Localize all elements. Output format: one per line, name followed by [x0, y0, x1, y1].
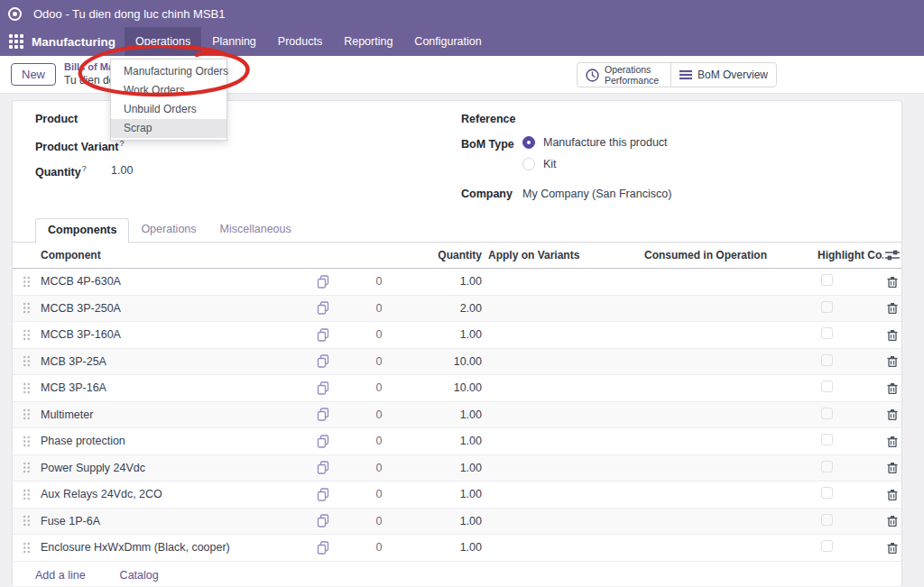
drag-handle-icon[interactable] [23, 462, 31, 473]
component-name[interactable]: MCB 3P-16A [40, 381, 302, 394]
table-row[interactable]: MCB 3P-16A 0 10.00 [13, 375, 901, 402]
table-row[interactable]: Power Supply 24Vdc 0 1.00 [13, 455, 901, 482]
component-name[interactable]: Aux Relays 24Vdc, 2CO [40, 488, 302, 500]
highlight-checkbox[interactable] [821, 434, 833, 445]
app-name[interactable]: Manufacturing [32, 35, 116, 49]
quantity-cell[interactable]: 1.00 [415, 408, 482, 421]
add-a-line-link[interactable]: Add a line [35, 569, 86, 582]
copy-icon[interactable] [317, 488, 329, 501]
drag-handle-icon[interactable] [23, 382, 31, 394]
table-row[interactable]: MCB 3P-25A 0 10.00 [13, 349, 901, 376]
copy-icon[interactable] [317, 541, 329, 555]
highlight-checkbox[interactable] [821, 301, 833, 313]
drag-handle-icon[interactable] [23, 515, 31, 527]
table-row[interactable]: MCCB 4P-630A 0 1.00 [13, 269, 901, 296]
highlight-checkbox[interactable] [821, 274, 833, 286]
quantity-cell[interactable]: 1.00 [415, 328, 482, 341]
highlight-checkbox[interactable] [821, 408, 833, 419]
dropdown-item-work-orders[interactable]: Work Orders [111, 81, 226, 100]
menu-planning[interactable]: Planning [201, 27, 267, 56]
trash-icon[interactable] [887, 436, 898, 447]
component-name[interactable]: MCB 3P-25A [40, 355, 302, 368]
quantity-cell[interactable]: 1.00 [415, 462, 482, 474]
quantity-cell[interactable]: 1.00 [415, 515, 482, 527]
drag-handle-icon[interactable] [23, 408, 31, 420]
component-name[interactable]: Fuse 1P-6A [40, 515, 302, 527]
catalog-link[interactable]: Catalog [120, 569, 159, 582]
copy-icon[interactable] [317, 435, 329, 448]
quantity-cell[interactable]: 10.00 [415, 355, 482, 368]
trash-icon[interactable] [887, 515, 898, 527]
highlight-checkbox[interactable] [821, 540, 833, 552]
tab-operations[interactable]: Operations [129, 218, 208, 243]
dropdown-item-unbuild-orders[interactable]: Unbuild Orders [111, 100, 226, 119]
trash-icon[interactable] [887, 489, 898, 500]
trash-icon[interactable] [887, 329, 898, 341]
quantity-cell[interactable]: 1.00 [415, 435, 482, 447]
drag-handle-icon[interactable] [23, 329, 31, 341]
copy-icon[interactable] [317, 328, 329, 342]
menu-products[interactable]: Products [267, 27, 333, 56]
highlight-checkbox[interactable] [821, 327, 833, 339]
copy-icon[interactable] [317, 275, 329, 289]
quantity-field[interactable]: 1.00 [111, 164, 133, 177]
drag-handle-icon[interactable] [23, 436, 31, 447]
trash-icon[interactable] [887, 542, 898, 554]
operations-performance-button[interactable]: Operations Performance [577, 62, 671, 87]
bom-overview-button[interactable]: BoM Overview [670, 62, 777, 87]
highlight-checkbox[interactable] [821, 514, 833, 526]
app-switcher[interactable]: Manufacturing [9, 27, 116, 56]
radio-unchecked-icon[interactable] [522, 158, 535, 170]
copy-icon[interactable] [317, 408, 329, 421]
trash-icon[interactable] [887, 276, 898, 288]
table-row[interactable]: Multimeter 0 1.00 [13, 402, 901, 429]
trash-icon[interactable] [887, 302, 898, 314]
quantity-cell[interactable]: 10.00 [415, 381, 482, 394]
menu-configuration[interactable]: Configuration [403, 27, 492, 56]
trash-icon[interactable] [887, 408, 898, 420]
component-name[interactable]: MCCB 3P-160A [40, 328, 302, 341]
optional-columns-icon[interactable] [885, 249, 900, 261]
quantity-cell[interactable]: 1.00 [415, 275, 482, 288]
copy-icon[interactable] [317, 514, 329, 527]
highlight-checkbox[interactable] [821, 354, 833, 366]
drag-handle-icon[interactable] [23, 489, 31, 500]
header-component[interactable]: Component [40, 249, 302, 261]
table-row[interactable]: Fuse 1P-6A 0 1.00 [13, 509, 901, 536]
component-name[interactable]: Power Supply 24Vdc [40, 462, 302, 474]
company-field[interactable]: My Company (San Francisco) [522, 188, 671, 200]
trash-icon[interactable] [887, 382, 898, 394]
component-name[interactable]: MCCB 4P-630A [40, 275, 302, 288]
table-row[interactable]: Enclosure HxWxDmm (Black, cooper) 0 1.00 [13, 535, 901, 562]
table-row[interactable]: Aux Relays 24Vdc, 2CO 0 1.00 [13, 482, 901, 509]
highlight-checkbox[interactable] [821, 381, 833, 392]
dropdown-item-scrap[interactable]: Scrap [111, 119, 226, 138]
highlight-checkbox[interactable] [821, 461, 833, 472]
bom-type-option-kit[interactable]: Kit [522, 158, 557, 170]
tab-components[interactable]: Components [35, 218, 129, 243]
dropdown-item-manufacturing-orders[interactable]: Manufacturing Orders [111, 62, 226, 81]
table-row[interactable]: Phase protection 0 1.00 [13, 428, 901, 455]
component-name[interactable]: Phase protection [40, 435, 302, 447]
quantity-cell[interactable]: 1.00 [415, 488, 482, 500]
quantity-cell[interactable]: 2.00 [415, 302, 482, 315]
component-name[interactable]: Multimeter [40, 408, 302, 421]
drag-handle-icon[interactable] [23, 355, 31, 367]
menu-operations[interactable]: Operations [125, 27, 201, 56]
drag-handle-icon[interactable] [23, 276, 31, 288]
trash-icon[interactable] [887, 462, 898, 473]
copy-icon[interactable] [317, 381, 329, 395]
new-button[interactable]: New [11, 63, 56, 86]
table-row[interactable]: MCCB 3P-250A 0 2.00 [13, 296, 901, 323]
header-consumed-in-operation[interactable]: Consumed in Operation [633, 249, 818, 261]
copy-icon[interactable] [317, 461, 329, 474]
copy-icon[interactable] [317, 301, 329, 315]
header-highlight[interactable]: Highlight Co... [818, 249, 883, 261]
bom-type-option-manufacture[interactable]: Manufacture this product [522, 136, 668, 149]
copy-icon[interactable] [317, 354, 329, 368]
drag-handle-icon[interactable] [23, 542, 31, 554]
menu-reporting[interactable]: Reporting [333, 27, 403, 56]
highlight-checkbox[interactable] [821, 487, 833, 499]
drag-handle-icon[interactable] [23, 302, 31, 314]
component-name[interactable]: MCCB 3P-250A [40, 302, 302, 315]
